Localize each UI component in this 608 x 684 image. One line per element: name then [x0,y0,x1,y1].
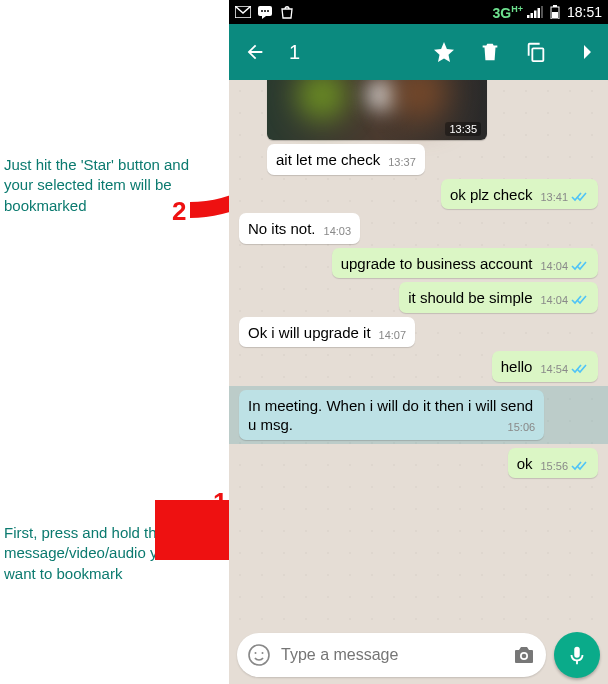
shopping-icon [279,5,295,19]
chat-area[interactable]: 13:35 ait let me check13:37ok plz check1… [229,80,608,626]
message-row[interactable]: it should be simple14:04 [239,282,598,313]
message-text: upgrade to business account [341,255,533,272]
read-ticks-icon [571,363,589,375]
message-time: 13:41 [540,190,568,204]
svg-point-4 [261,10,263,12]
message-text: ait let me check [276,151,380,168]
message-text: ok [517,455,533,472]
read-ticks-icon [571,294,589,306]
message-meta: 14:03 [324,224,352,238]
read-ticks-icon [571,460,589,472]
signal-icon [527,5,543,19]
svg-rect-8 [530,13,533,18]
message-bubble[interactable]: In meeting. When i will do it then i wil… [239,390,544,440]
read-ticks-icon [571,260,589,272]
message-text: ok plz check [450,186,533,203]
phone-frame: 3GH+ 18:51 1 13:35 ait let me check13:37… [229,0,608,684]
message-row[interactable]: ait let me check13:37 [267,144,598,175]
message-bubble[interactable]: ok15:56 [508,448,598,479]
message-row[interactable]: ok15:56 [239,448,598,479]
status-bar: 3GH+ 18:51 [229,0,608,24]
back-button[interactable] [239,36,271,68]
message-bubble[interactable]: ok plz check13:41 [441,179,598,210]
svg-rect-9 [534,11,537,19]
callout-number-1: 1 [213,487,227,518]
message-input-container[interactable] [237,633,546,677]
message-row[interactable]: ok plz check13:41 [239,179,598,210]
message-bubble[interactable]: No its not.14:03 [239,213,360,244]
message-time: 15:56 [540,459,568,473]
message-time: 14:07 [379,328,407,342]
message-meta: 14:54 [540,362,589,376]
message-row[interactable]: upgrade to business account14:04 [239,248,598,279]
svg-rect-10 [537,8,540,18]
svg-point-17 [255,652,257,654]
svg-rect-11 [541,6,543,18]
photo-time: 13:35 [445,122,481,136]
message-meta: 14:04 [540,259,589,273]
sms-icon [257,5,273,19]
photo-thumbnail[interactable]: 13:35 [267,80,487,140]
message-time: 14:03 [324,224,352,238]
message-time: 14:04 [540,259,568,273]
message-meta: 13:37 [388,155,416,169]
svg-point-5 [264,10,266,12]
clock-label: 18:51 [567,4,602,20]
selection-count: 1 [289,41,300,64]
message-input[interactable] [281,646,502,664]
read-ticks-icon [571,191,589,203]
svg-point-6 [267,10,269,12]
svg-point-20 [522,654,527,659]
emoji-icon[interactable] [247,643,271,667]
mail-icon [235,5,251,19]
svg-point-16 [249,645,269,665]
copy-button[interactable] [520,36,552,68]
message-bubble[interactable]: ait let me check13:37 [267,144,425,175]
message-row[interactable]: No its not.14:03 [239,213,598,244]
callout-number-2: 2 [172,196,186,227]
message-meta: 14:04 [540,293,589,307]
message-row[interactable]: Ok i will upgrade it14:07 [239,317,598,348]
message-meta: 15:56 [540,459,589,473]
message-time: 14:54 [540,362,568,376]
input-bar [229,626,608,684]
camera-icon[interactable] [512,643,536,667]
message-text: No its not. [248,220,316,237]
network-label: 3GH+ [493,4,523,21]
message-text: it should be simple [408,289,532,306]
svg-rect-7 [527,15,530,18]
svg-point-18 [262,652,264,654]
message-meta: 13:41 [540,190,589,204]
message-time: 15:06 [508,420,536,434]
annotation-bottom: First, press and hold the message/video/… [4,523,204,584]
annotation-top: Just hit the 'Star' button and your sele… [4,155,219,216]
message-bubble[interactable]: hello14:54 [492,351,598,382]
message-meta: 15:06 [508,420,536,434]
message-text: hello [501,358,533,375]
delete-button[interactable] [474,36,506,68]
message-meta: 14:07 [379,328,407,342]
svg-rect-14 [552,12,558,18]
message-text: In meeting. When i will do it then i wil… [248,397,533,434]
message-bubble[interactable]: it should be simple14:04 [399,282,598,313]
message-time: 14:04 [540,293,568,307]
selection-toolbar: 1 [229,24,608,80]
message-text: Ok i will upgrade it [248,324,371,341]
message-row[interactable]: hello14:54 [239,351,598,382]
battery-icon [547,5,563,19]
message-row[interactable]: In meeting. When i will do it then i wil… [229,386,608,444]
message-time: 13:37 [388,155,416,169]
message-bubble[interactable]: upgrade to business account14:04 [332,248,598,279]
mic-button[interactable] [554,632,600,678]
message-bubble[interactable]: Ok i will upgrade it14:07 [239,317,415,348]
star-button[interactable] [428,36,460,68]
svg-rect-15 [532,48,543,61]
message-photo[interactable]: 13:35 [267,80,598,140]
forward-button[interactable] [566,36,598,68]
